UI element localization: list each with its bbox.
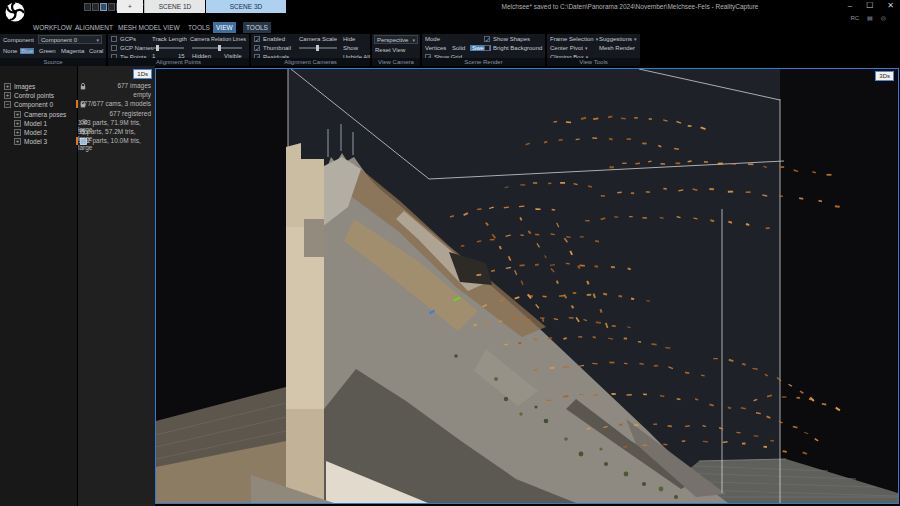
tree-expander[interactable]: + [14, 120, 21, 127]
thumbnail-checkbox[interactable] [254, 45, 260, 51]
realitycapture-window: ↶ ↷ + SCENE 1D SCENE 3D Melchsee* saved … [0, 0, 900, 506]
tree-item-camera-poses[interactable]: +Camera poses [14, 110, 66, 119]
tint-coral-button[interactable]: Coral [88, 48, 104, 54]
scene-3d-canvas[interactable] [156, 69, 898, 503]
camera-scale-label: Camera Scale [299, 36, 337, 42]
center-pivot-button[interactable]: Center Pivot▾ [550, 45, 588, 51]
gcps-label[interactable]: GCPs [120, 36, 136, 42]
tree-expander[interactable]: + [14, 129, 21, 136]
component-label: Component [3, 37, 34, 43]
hide-button[interactable]: Hide [343, 36, 355, 42]
chevron-down-icon: ▾ [96, 37, 99, 43]
group-label-alignment-points: Alignment Points [108, 58, 249, 66]
track-length-label: Track Length [152, 36, 187, 42]
tree-item-value: 677/677 cams, 3 models [80, 100, 151, 107]
tree-expander[interactable]: + [4, 92, 11, 99]
chevron-down-icon: ▾ [585, 45, 588, 51]
tree-item-label: Images [14, 83, 35, 90]
menu-tools[interactable]: TOOLS [185, 22, 213, 33]
layout-2-icon[interactable] [92, 3, 99, 11]
lock-icon [80, 83, 86, 91]
tree-item-value: 1:12 parts, 10.0M tris, large [78, 137, 151, 151]
tab-scene-3d[interactable]: SCENE 3D [206, 0, 286, 13]
tree-item-label: Model 1 [24, 120, 47, 127]
gcps-checkbox[interactable] [111, 36, 117, 42]
scene-3d-viewport[interactable]: 3Ds [155, 68, 899, 504]
tree-item-model-1[interactable]: +Model 1 [14, 119, 47, 128]
maximize-button[interactable]: ☐ [866, 1, 873, 10]
tree-item-images[interactable]: +Images [4, 82, 35, 91]
layout-1-icon[interactable] [84, 3, 91, 11]
group-label-view-tools: View Tools [547, 58, 640, 66]
realitycapture-logo-icon [0, 0, 30, 24]
frame-selection-button[interactable]: Frame Selection▾ [550, 36, 598, 42]
tree-item-control-points[interactable]: +Control points [4, 91, 54, 100]
tree-item-model-3[interactable]: +Model 3 [14, 137, 47, 146]
bright-background-checkbox[interactable] [484, 45, 490, 51]
menu-workflow[interactable]: WORKFLOW [30, 22, 75, 33]
group-label-alignment-cameras: Alignment Cameras [251, 58, 370, 66]
mesh-render-button[interactable]: Mesh Render [599, 45, 635, 51]
group-label-source: Source [0, 58, 106, 66]
thumbnail-label[interactable]: Thumbnail [263, 45, 291, 51]
tree-item-value-row: 677 images [78, 82, 154, 91]
panel-icon[interactable]: ▤ [867, 14, 873, 21]
menu-mesh-model[interactable]: MESH MODEL [115, 22, 165, 33]
tint-blue-button[interactable]: Blue [20, 48, 34, 54]
layout-4-icon[interactable] [108, 3, 115, 11]
tab-scene-1d[interactable]: SCENE 1D [144, 0, 205, 13]
track-length-slider[interactable] [152, 47, 184, 49]
tree-item-value: empty [133, 91, 151, 98]
tree-expander[interactable]: + [4, 83, 11, 90]
chevron-down-icon: ▾ [634, 36, 637, 42]
viewport-badge-3ds: 3Ds [875, 71, 894, 81]
menu-bar: WORKFLOW ALIGNMENT MESH MODEL VIEW TOOLS… [0, 22, 900, 34]
projection-dropdown[interactable]: Perspective ▾ [374, 35, 418, 44]
ribbon-group-alignment-cameras: Enabled Thumbnail Residuals Camera Scale… [251, 34, 370, 66]
tree-item-model-2[interactable]: +Model 2 [14, 128, 47, 137]
new-view-tab[interactable]: + [117, 0, 143, 13]
enabled-label[interactable]: Enabled [263, 36, 285, 42]
tree-item-label: Component 0 [14, 101, 53, 108]
menu-alignment[interactable]: ALIGNMENT [72, 22, 116, 33]
show-shapes-label[interactable]: Show Shapes [493, 36, 530, 42]
mode-vertices-button[interactable]: Vertices [425, 45, 446, 51]
close-button[interactable]: ✕ [887, 1, 894, 10]
tint-none-button[interactable]: None [2, 48, 18, 54]
rc-badge: RC [850, 15, 859, 21]
tree-expander[interactable]: + [14, 111, 21, 118]
context-tab-view[interactable]: VIEW [213, 22, 236, 33]
tree-expander[interactable]: − [4, 101, 11, 108]
gcp-names-checkbox[interactable] [111, 45, 117, 51]
tree-item-component-0[interactable]: −Component 0 [4, 100, 53, 109]
suggestions-button[interactable]: Suggestions▾ [599, 36, 637, 42]
panel-badge-1ds: 1Ds [133, 69, 152, 79]
tree-item-value: 677 images [117, 82, 151, 89]
mode-solid-button[interactable]: Solid [452, 45, 465, 51]
context-tab-tools[interactable]: TOOLS [243, 22, 271, 33]
gcp-names-label[interactable]: GCP Names [120, 45, 154, 51]
tree-expander[interactable]: + [14, 138, 21, 145]
component-dropdown[interactable]: Component 0 ▾ [38, 35, 102, 44]
chevron-down-icon: ▾ [596, 36, 599, 42]
tint-magenta-button[interactable]: Magenta [60, 48, 85, 54]
show-shapes-checkbox[interactable] [484, 36, 490, 42]
layout-3-icon[interactable] [100, 3, 107, 11]
tree-item-value-row: 1:43 parts, 71.9M tris, large [78, 119, 154, 128]
ribbon: Component Component 0 ▾ None Blue Green … [0, 34, 900, 66]
minimize-button[interactable]: – [848, 1, 852, 10]
menu-view[interactable]: VIEW [160, 22, 183, 33]
bright-background-label[interactable]: Bright Background [493, 45, 542, 51]
camera-scale-slider[interactable] [299, 47, 337, 49]
ribbon-group-scene-render: Mode Vertices Solid Sweet Show Grid Show… [422, 34, 545, 66]
window-title: Melchsee* saved to C:\Daten\Panorama 202… [380, 3, 880, 10]
reset-view-button[interactable]: Reset View [375, 47, 405, 53]
enabled-checkbox[interactable] [254, 36, 260, 42]
help-icon[interactable]: ◎ [881, 14, 886, 21]
tree-item-value: 677 registered [109, 110, 151, 117]
tint-green-button[interactable]: Green [38, 48, 57, 54]
show-button[interactable]: Show [343, 45, 358, 51]
ribbon-group-view-camera: Perspective ▾ Reset View View Camera [372, 34, 420, 66]
ribbon-group-view-tools: Frame Selection▾ Suggestions▾ Center Piv… [547, 34, 640, 66]
camera-relation-lines-slider[interactable] [192, 47, 242, 49]
